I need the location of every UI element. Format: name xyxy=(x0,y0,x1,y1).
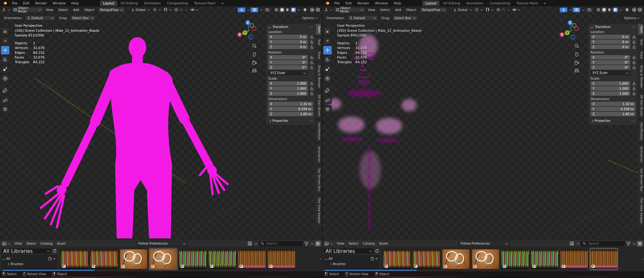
search-input[interactable] xyxy=(588,241,623,246)
visibility-dropdown[interactable] xyxy=(511,7,521,13)
annotate-tool[interactable] xyxy=(1,86,9,94)
horizontal-scrollbar[interactable] xyxy=(325,270,417,271)
npanel-tab-3d-hair-brush[interactable]: 3D Hair Brush xyxy=(638,92,644,119)
asset-thumbnail[interactable] xyxy=(471,248,500,270)
record-dot-icon[interactable] xyxy=(310,8,314,12)
asset-details-toggle[interactable]: ⚙ xyxy=(315,241,321,247)
transform-panel-header[interactable]: Transform xyxy=(591,25,636,29)
npanel-tab-set-driven-key[interactable]: Set Driven Key xyxy=(316,166,321,194)
add-menu[interactable]: Add xyxy=(393,8,403,12)
asset-thumbnail[interactable] xyxy=(441,248,470,270)
npanel-tab-item[interactable]: Item xyxy=(638,23,644,35)
orientation-dropdown[interactable]: Global xyxy=(136,8,146,12)
lock-icon[interactable] xyxy=(630,61,636,64)
lock-icon[interactable] xyxy=(630,66,636,69)
orientation-dropdown[interactable]: Global xyxy=(458,8,468,12)
select-menu[interactable]: Select xyxy=(378,8,392,12)
ab-catalog-menu[interactable]: Catalog xyxy=(38,242,55,245)
npanel-tab-animation[interactable]: Animation xyxy=(316,144,321,165)
add-catalog-icon[interactable]: + xyxy=(53,257,56,260)
import-method-dropdown[interactable]: Follow Preferences xyxy=(136,241,188,246)
npanel-tab-drop-render[interactable]: Drop & Render xyxy=(638,63,644,91)
menu-window[interactable]: Window xyxy=(50,0,68,6)
scale-y-field[interactable]: Y1.000 xyxy=(268,86,308,91)
lock-icon[interactable] xyxy=(630,40,636,44)
add-cube-tool[interactable] xyxy=(1,105,9,113)
zoom-icon[interactable] xyxy=(252,43,257,48)
record-ring-icon[interactable] xyxy=(638,8,642,12)
dimensions-z-field[interactable]: Z1.85 m xyxy=(591,112,636,116)
catalog-item-brushes[interactable]: Brushes xyxy=(7,261,56,267)
library-dropdown[interactable]: All Libraries xyxy=(324,248,374,253)
shading-wireframe-icon[interactable] xyxy=(274,8,279,12)
rotation-x-field[interactable]: X0° xyxy=(591,55,630,60)
cursor-tool[interactable] xyxy=(1,37,9,45)
npanel-tab-view[interactable]: View xyxy=(638,49,644,61)
camera-view-icon[interactable] xyxy=(574,60,579,65)
transform-tool[interactable] xyxy=(1,74,9,83)
panel-drag-handle[interactable] xyxy=(632,26,636,28)
retopoflow-menu[interactable]: RetopoFlow xyxy=(98,7,125,12)
rotation-mode-dropdown[interactable]: XYZ Euler xyxy=(591,71,630,75)
options-dropdown[interactable]: Options xyxy=(621,15,642,21)
lock-icon[interactable] xyxy=(308,35,313,39)
shading-rendered-icon[interactable] xyxy=(291,8,296,12)
lock-icon[interactable] xyxy=(308,87,313,90)
asset-thumbnail[interactable] xyxy=(412,248,441,270)
orientation-default-dropdown[interactable]: Default xyxy=(347,15,378,20)
ab-view-menu[interactable]: View xyxy=(335,242,347,245)
mode-dropdown[interactable]: Object Mode xyxy=(12,7,43,12)
npanel-tab-tool[interactable]: Tool xyxy=(638,37,644,48)
show-overlays-toggle[interactable] xyxy=(251,8,258,12)
asset-thumbnail[interactable] xyxy=(382,248,411,270)
asset-thumbnail[interactable] xyxy=(237,248,266,270)
view-navigation-gizmo[interactable]: Y Z X xyxy=(235,19,259,43)
drag-mode-dropdown[interactable]: Select Box xyxy=(392,15,418,20)
asset-thumbnail[interactable] xyxy=(501,248,530,270)
workspace-tab[interactable]: Compositing xyxy=(164,1,191,6)
panel-drag-handle[interactable] xyxy=(632,120,636,122)
shading-material-icon[interactable] xyxy=(607,8,612,12)
new-catalog-icon[interactable] xyxy=(48,257,52,260)
menu-file[interactable]: File xyxy=(331,0,343,6)
mode-dropdown[interactable]: Object Mode xyxy=(334,7,365,12)
record-ring-icon[interactable] xyxy=(316,8,320,12)
blender-logo-icon[interactable] xyxy=(3,1,7,5)
annotate-tool[interactable] xyxy=(323,86,332,94)
scale-z-field[interactable]: Z1.000 xyxy=(591,91,630,96)
pivot-point-icon[interactable] xyxy=(153,8,157,12)
drag-mode-dropdown[interactable]: Select Box xyxy=(70,15,95,20)
rotation-x-field[interactable]: X0° xyxy=(268,55,308,60)
new-catalog-icon[interactable] xyxy=(371,257,374,260)
dimensions-z-field[interactable]: Z1.85 m xyxy=(268,112,313,116)
npanel-tab-hairmodule[interactable]: HairModule xyxy=(316,120,321,143)
asset-details-toggle[interactable]: ⚙ xyxy=(637,241,643,247)
location-x-field[interactable]: X0 m xyxy=(268,35,308,39)
menu-help[interactable]: Help xyxy=(69,0,82,6)
npanel-tab-drop-render[interactable]: Drop & Render xyxy=(316,63,321,91)
npanel-tab-hairmodule[interactable]: HairModule xyxy=(638,120,644,143)
asset-thumbnail[interactable] xyxy=(149,248,178,270)
add-workspace-button[interactable]: + xyxy=(219,1,226,5)
ab-catalog-menu[interactable]: Catalog xyxy=(361,242,377,245)
menu-file[interactable]: File xyxy=(9,0,20,6)
scale-y-field[interactable]: Y1.000 xyxy=(591,86,630,91)
dimensions-y-field[interactable]: Y0.339 m xyxy=(591,107,636,111)
snap-magnet-icon[interactable] xyxy=(486,8,489,12)
add-workspace-button[interactable]: + xyxy=(541,1,549,5)
move-view-hand-icon[interactable] xyxy=(574,52,579,57)
rotation-y-field[interactable]: Y0° xyxy=(268,60,308,65)
falloff-curve-icon[interactable] xyxy=(179,8,183,12)
asset-thumbnail[interactable] xyxy=(530,248,559,270)
menu-render[interactable]: Render xyxy=(355,0,372,6)
lock-icon[interactable] xyxy=(308,56,313,59)
scale-z-field[interactable]: Z1.000 xyxy=(268,91,308,96)
npanel-tab-3d-hair-brush[interactable]: 3D Hair Brush xyxy=(316,92,321,119)
scale-x-field[interactable]: X1.000 xyxy=(268,81,308,86)
lock-icon[interactable] xyxy=(630,92,636,95)
visibility-dropdown[interactable] xyxy=(189,7,199,13)
editor-type-asset-browser-icon[interactable] xyxy=(325,242,329,246)
falloff-curve-icon[interactable] xyxy=(501,8,505,12)
orientation-default-dropdown[interactable]: Default xyxy=(25,15,55,20)
rotation-y-field[interactable]: Y0° xyxy=(591,60,630,65)
